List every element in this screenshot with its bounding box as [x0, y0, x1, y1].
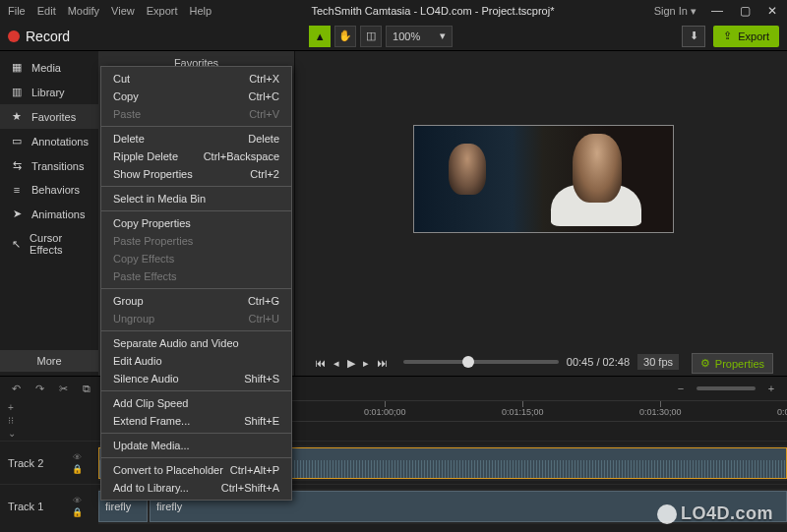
- menu-edit[interactable]: Edit: [37, 5, 56, 17]
- cut-button[interactable]: ✂: [55, 383, 71, 395]
- menu-item-ripple-delete[interactable]: Ripple DeleteCtrl+Backspace: [101, 148, 291, 165]
- maximize-icon[interactable]: ▢: [738, 4, 752, 18]
- menu-item-label: Group: [113, 295, 144, 307]
- undo-button[interactable]: ↶: [8, 383, 24, 395]
- menu-separator: [101, 126, 291, 127]
- menu-item-label: Copy Effects: [113, 253, 174, 265]
- menu-item-separate-audio-and-video[interactable]: Separate Audio and Video: [101, 334, 291, 352]
- menu-item-convert-to-placeholder[interactable]: Convert to PlaceholderCtrl+Alt+P: [101, 461, 291, 479]
- add-track-button[interactable]: +: [8, 402, 91, 413]
- menu-modify[interactable]: Modify: [68, 5, 99, 17]
- ruler-tick: 0:01:15;00: [502, 407, 544, 417]
- export-button[interactable]: ⇪ Export: [713, 26, 779, 47]
- menu-item-add-clip-speed[interactable]: Add Clip Speed: [101, 394, 291, 412]
- properties-button[interactable]: ⚙ Properties: [692, 353, 773, 374]
- download-button[interactable]: ⬇: [682, 26, 705, 47]
- menu-item-select-in-media-bin[interactable]: Select in Media Bin: [101, 190, 291, 207]
- sidebar-item-library[interactable]: ▥Library: [0, 80, 98, 104]
- toolbar: Record ▲ ✋ ◫ 100% ▾ ⬇ ⇪ Export: [0, 22, 787, 51]
- visibility-icon[interactable]: 👁: [73, 452, 82, 462]
- menu-item-cut[interactable]: CutCtrl+X: [101, 70, 291, 88]
- menu-item-label: Show Properties: [113, 168, 193, 180]
- menu-item-label: Add Clip Speed: [113, 397, 188, 409]
- menu-item-label: Separate Audio and Video: [113, 337, 239, 349]
- menu-item-delete[interactable]: DeleteDelete: [101, 130, 291, 148]
- menu-separator: [101, 288, 291, 289]
- playback-time: 00:45 / 02:48: [567, 356, 630, 368]
- sidebar-more-button[interactable]: More: [0, 350, 98, 372]
- menu-item-label: Delete: [113, 133, 145, 145]
- menu-item-extend-frame[interactable]: Extend Frame...Shift+E: [101, 412, 291, 430]
- sidebar-item-favorites[interactable]: ★Favorites: [0, 104, 98, 129]
- preview-canvas[interactable]: ⏮ ◂ ▶ ▸ ⏭ 00:45 / 02:48 30 fps ⚙ Propert…: [295, 51, 787, 376]
- menu-item-silence-audio[interactable]: Silence AudioShift+S: [101, 370, 291, 387]
- timeline-zoom-slider[interactable]: [696, 386, 756, 390]
- menu-item-copy-effects: Copy Effects: [101, 250, 291, 267]
- redo-button[interactable]: ↷: [31, 383, 47, 395]
- menu-item-add-to-library[interactable]: Add to Library...Ctrl+Shift+A: [101, 479, 291, 497]
- crop-tool-icon[interactable]: ◫: [360, 26, 382, 47]
- menu-item-label: Ripple Delete: [113, 150, 178, 162]
- next-frame-button[interactable]: ⏭: [377, 357, 388, 370]
- seek-slider[interactable]: [403, 360, 559, 364]
- menu-item-copy-properties[interactable]: Copy Properties: [101, 214, 291, 232]
- chevron-down-icon: ▾: [440, 30, 446, 42]
- menu-help[interactable]: Help: [190, 5, 212, 17]
- zoom-out-button[interactable]: −: [673, 383, 689, 394]
- sidebar-item-behaviors[interactable]: ≡Behaviors: [0, 178, 98, 202]
- menu-item-update-media[interactable]: Update Media...: [101, 437, 291, 454]
- close-icon[interactable]: ✕: [765, 4, 779, 18]
- track-options-button[interactable]: ⌄: [8, 428, 91, 439]
- menu-item-label: Paste Properties: [113, 235, 193, 247]
- sidebar-item-transitions[interactable]: ⇆Transitions: [0, 153, 98, 178]
- menu-item-label: Select in Media Bin: [113, 193, 206, 205]
- zoom-in-button[interactable]: +: [763, 383, 779, 394]
- track-label[interactable]: Track 2: [0, 457, 55, 469]
- track-label[interactable]: Track 1: [0, 501, 55, 512]
- zoom-select[interactable]: 100% ▾: [386, 26, 453, 47]
- video-preview[interactable]: [413, 125, 674, 233]
- menu-item-copy[interactable]: CopyCtrl+C: [101, 88, 291, 105]
- menu-separator: [101, 210, 291, 211]
- seek-handle[interactable]: [462, 356, 474, 368]
- sidebar-item-cursor-effects[interactable]: ↖Cursor Effects: [0, 226, 98, 262]
- arrow-tool-icon[interactable]: ▲: [309, 26, 331, 47]
- record-button[interactable]: Record: [8, 29, 70, 44]
- fps-display[interactable]: 30 fps: [637, 354, 679, 370]
- hand-tool-icon[interactable]: ✋: [334, 26, 356, 47]
- menu-item-shortcut: Shift+S: [244, 373, 279, 384]
- menu-item-group[interactable]: GroupCtrl+G: [101, 292, 291, 310]
- menu-item-shortcut: Ctrl+C: [249, 90, 279, 102]
- sidebar-item-animations[interactable]: ➤Animations: [0, 202, 98, 226]
- lock-icon[interactable]: 🔒: [72, 507, 83, 517]
- sidebar-item-annotations[interactable]: ▭Annotations: [0, 129, 98, 153]
- menu-item-edit-audio[interactable]: Edit Audio: [101, 352, 291, 370]
- preview-content: [449, 144, 486, 195]
- menu-view[interactable]: View: [111, 5, 135, 17]
- ruler-tick: 0:01:45;00: [777, 407, 787, 417]
- copy-button[interactable]: ⧉: [79, 383, 94, 395]
- sidebar-item-label: Cursor Effects: [30, 232, 89, 256]
- lock-icon[interactable]: 🔒: [72, 464, 83, 474]
- sidebar: ▦Media ▥Library ★Favorites ▭Annotations …: [0, 51, 98, 376]
- menu-item-label: Add to Library...: [113, 482, 189, 494]
- menu-item-shortcut: Ctrl+Shift+A: [221, 482, 279, 494]
- signin-link[interactable]: Sign In ▾: [654, 5, 696, 18]
- sidebar-item-media[interactable]: ▦Media: [0, 55, 98, 80]
- menu-item-show-properties[interactable]: Show PropertiesCtrl+2: [101, 165, 291, 183]
- menu-file[interactable]: File: [8, 5, 26, 17]
- visibility-icon[interactable]: 👁: [73, 496, 82, 505]
- menu-item-paste-properties: Paste Properties: [101, 232, 291, 250]
- menu-item-label: Copy: [113, 90, 139, 102]
- menu-item-label: Cut: [113, 73, 130, 85]
- play-button[interactable]: ▶: [347, 357, 355, 370]
- track-magnet-button[interactable]: ⁝⁝: [8, 415, 91, 426]
- step-fwd-button[interactable]: ▸: [363, 357, 369, 370]
- menu-item-label: Extend Frame...: [113, 415, 190, 427]
- menu-export[interactable]: Export: [147, 5, 178, 17]
- prev-frame-button[interactable]: ⏮: [315, 357, 326, 370]
- sidebar-item-label: Favorites: [31, 111, 76, 123]
- animations-icon: ➤: [10, 207, 24, 220]
- minimize-icon[interactable]: —: [710, 4, 724, 18]
- step-back-button[interactable]: ◂: [333, 357, 339, 370]
